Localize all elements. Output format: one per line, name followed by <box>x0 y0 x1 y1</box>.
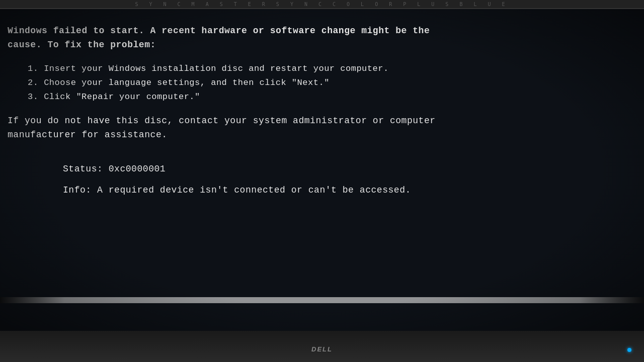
status-line: Status: 0xc0000001 <box>63 162 639 176</box>
contact-line-1: If you do not have this disc, contact yo… <box>8 114 639 128</box>
bsod-screen: Windows failed to start. A recent hardwa… <box>0 9 644 331</box>
power-led <box>627 348 631 352</box>
monitor-top-bar-text: S Y N C M A S T E R S Y N C C O L O R P … <box>135 2 509 7</box>
status-section: Status: 0xc0000001 Info: A required devi… <box>63 162 639 198</box>
info-text: A required device isn't connected or can… <box>97 185 411 195</box>
monitor-top-bar: S Y N C M A S T E R S Y N C C O L O R P … <box>0 0 644 9</box>
status-label: Status: <box>63 164 103 174</box>
screen-content: Windows failed to start. A recent hardwa… <box>5 24 639 198</box>
info-line: Info: A required device isn't connected … <box>63 184 639 198</box>
dell-logo: DELL <box>311 345 333 353</box>
error-line-1: Windows failed to start. A recent hardwa… <box>8 24 639 38</box>
contact-line-2: manufacturer for assistance. <box>8 128 639 142</box>
step-3: 3. Click "Repair your computer." <box>28 90 639 104</box>
screen-bottom-bar <box>0 297 644 303</box>
monitor-outer: S Y N C M A S T E R S Y N C C O L O R P … <box>0 0 644 362</box>
step-2: 2. Choose your language settings, and th… <box>28 76 639 89</box>
contact-info-block: If you do not have this disc, contact yo… <box>8 114 639 142</box>
error-line-2: cause. To fix the problem: <box>8 38 639 52</box>
step-1: 1. Insert your Windows installation disc… <box>28 62 639 75</box>
status-code: 0xc0000001 <box>109 164 166 174</box>
info-label: Info: <box>63 185 92 195</box>
steps-block: 1. Insert your Windows installation disc… <box>28 62 639 104</box>
main-error-block: Windows failed to start. A recent hardwa… <box>8 24 639 52</box>
monitor-bottom-bezel: DELL <box>0 331 644 362</box>
